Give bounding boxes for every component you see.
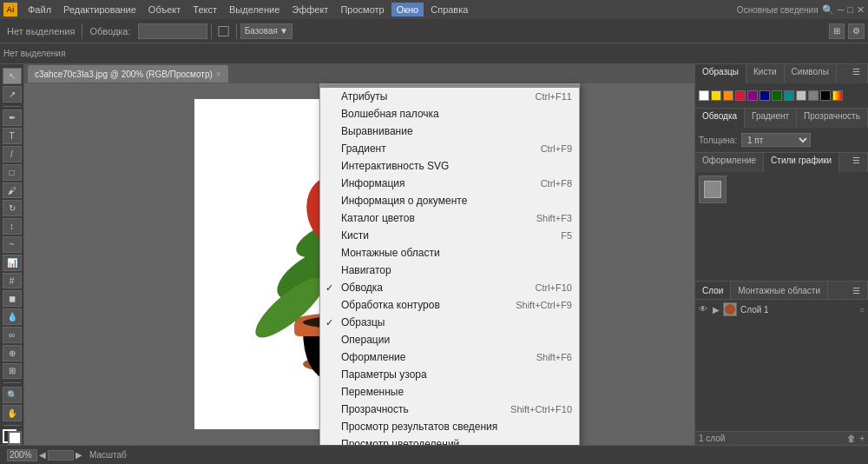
tool-line[interactable]: / [3, 146, 22, 162]
menu-object[interactable]: Объект [143, 3, 186, 17]
swatch-darkblue[interactable] [760, 90, 770, 101]
tool-text[interactable]: T [3, 128, 22, 144]
menu-item-операции[interactable]: Операции [320, 331, 579, 348]
menu-item-прозрачность[interactable]: ПрозрачностьShift+Ctrl+F10 [320, 401, 579, 418]
swatch-silver[interactable] [796, 90, 806, 101]
menu-item-кисти[interactable]: КистиF5 [320, 227, 579, 244]
tool-artboard[interactable]: ⊞ [3, 363, 22, 380]
menu-item-интерактивность-svg[interactable]: Интерактивность SVG [320, 157, 579, 175]
layers-options-btn[interactable]: ☰ [845, 282, 868, 299]
styles-panel-options[interactable]: ☰ [845, 153, 868, 172]
tool-paint[interactable]: 🖌 [3, 182, 22, 199]
tool-symbol[interactable]: ⊕ [3, 345, 22, 361]
menu-item-каталог-цветов[interactable]: Каталог цветовShift+F3 [320, 209, 579, 227]
tool-scale[interactable]: ↕ [3, 218, 22, 235]
swatch-darkgreen[interactable] [772, 90, 782, 101]
tool-mesh[interactable]: # [3, 273, 22, 289]
tab-swatches[interactable]: Образцы [695, 64, 746, 83]
zoom-nav-prev[interactable]: ◀ [39, 450, 46, 460]
menu-item-параметры-узора[interactable]: Параметры узора [320, 366, 579, 383]
tab-brushes[interactable]: Кисти [746, 64, 785, 83]
menu-item-выравнивание[interactable]: Выравнивание [320, 123, 579, 140]
menu-text[interactable]: Текст [187, 3, 222, 17]
swatch-black[interactable] [820, 90, 831, 101]
menu-window[interactable]: Окно [391, 3, 424, 17]
zoom-input[interactable] [7, 449, 37, 461]
layer-visibility-toggle[interactable]: 👁 [699, 304, 709, 315]
search-icon[interactable]: 🔍 [822, 4, 834, 16]
menu-item-переменные[interactable]: Переменные [320, 383, 579, 401]
menu-item-атрибуты[interactable]: АтрибутыCtrl+F11 [320, 88, 579, 105]
tool-rect[interactable]: □ [3, 164, 22, 181]
tab-transparency[interactable]: Прозрачность [797, 109, 868, 128]
layer-lock-icon[interactable]: ○ [859, 305, 865, 315]
zoom-slider[interactable] [48, 450, 74, 461]
layers-tab[interactable]: Слои [695, 282, 731, 299]
stroke-input[interactable] [138, 23, 207, 39]
tab-stroke[interactable]: Обводка [695, 109, 745, 128]
menu-item-навигатор[interactable]: Навигатор [320, 262, 579, 279]
swatch-red[interactable] [735, 90, 746, 101]
graphic-style-default[interactable] [699, 176, 727, 203]
swatch-gray[interactable] [808, 90, 819, 101]
style-dropdown[interactable]: Базовая ▼ [240, 23, 293, 39]
menu-item-монтажные-области[interactable]: Монтажные области [320, 244, 579, 262]
swatch-gradient1[interactable] [832, 90, 843, 101]
thickness-select[interactable]: 1 пт 2 пт 3 пт [741, 133, 811, 147]
menu-help[interactable]: Справка [425, 3, 473, 17]
minimize-btn[interactable]: ─ [838, 4, 845, 15]
maximize-btn[interactable]: □ [847, 4, 853, 15]
document-tab[interactable]: c3ahce70c3Ia3.jpg @ 200% (RGB/Просмотр) … [28, 65, 228, 83]
tab-gradient[interactable]: Градиент [745, 109, 797, 128]
window-dropdown-menu: АтрибутыCtrl+F11Волшебная палочкаВыравни… [319, 83, 580, 445]
tool-gradient[interactable]: ◼ [3, 290, 22, 307]
menu-item-образцы[interactable]: Образцы [320, 314, 579, 331]
settings-btn[interactable]: ⚙ [848, 23, 865, 39]
menu-item-shortcut: Shift+F6 [536, 352, 572, 362]
close-btn[interactable]: ✕ [857, 4, 865, 16]
swatch-teal[interactable] [784, 90, 794, 101]
tool-pen[interactable]: ✒ [3, 109, 22, 126]
tab-oformlenie[interactable]: Оформление [695, 153, 764, 172]
swatch-purple[interactable] [747, 90, 758, 101]
arrange-btn[interactable]: ⊞ [829, 23, 845, 39]
menu-item-shortcut: Ctrl+F8 [541, 178, 572, 189]
swatch-white[interactable] [699, 90, 709, 101]
delete-layer-btn[interactable]: 🗑 [847, 434, 856, 443]
tab-symbols[interactable]: Символы [785, 64, 837, 83]
top-panel-options[interactable]: ☰ [845, 64, 868, 83]
menu-item-просмотр-цветоделений[interactable]: Просмотр цветоделений [320, 435, 579, 445]
tool-warp[interactable]: ~ [3, 236, 22, 253]
menu-select[interactable]: Выделение [224, 3, 285, 17]
menu-item-волшебная-палочка[interactable]: Волшебная палочка [320, 105, 579, 123]
add-layer-btn[interactable]: + [859, 434, 865, 443]
artboards-tab[interactable]: Монтажные области [731, 282, 828, 299]
menu-view[interactable]: Просмотр [335, 3, 389, 17]
menu-item-просмотр-результатов-сведения[interactable]: Просмотр результатов сведения [320, 418, 579, 435]
tool-eyedrop[interactable]: 💧 [3, 308, 22, 325]
menu-item-обводка[interactable]: ОбводкаCtrl+F10 [320, 279, 579, 296]
menu-item-обработка-контуров[interactable]: Обработка контуровShift+Ctrl+F9 [320, 296, 579, 314]
menu-item-информация-о-документе[interactable]: Информация о документе [320, 192, 579, 209]
canvas-area: c3ahce70c3Ia3.jpg @ 200% (RGB/Просмотр) … [24, 64, 694, 445]
tool-graph[interactable]: 📊 [3, 255, 22, 271]
layer-name[interactable]: Слой 1 [740, 305, 856, 315]
zoom-nav-next[interactable]: ▶ [76, 450, 82, 460]
swatch-yellow[interactable] [711, 90, 721, 101]
tool-rotate[interactable]: ↻ [3, 200, 22, 216]
menu-edit[interactable]: Редактирование [58, 3, 141, 17]
menu-item-градиент[interactable]: ГрадиентCtrl+F9 [320, 140, 579, 157]
menu-file[interactable]: Файл [23, 3, 56, 17]
menu-item-оформление[interactable]: ОформлениеShift+F6 [320, 348, 579, 366]
fill-stroke-indicator[interactable] [3, 429, 22, 445]
tool-zoom[interactable]: 🔍 [3, 387, 22, 403]
tab-graphic-styles[interactable]: Стили графики [764, 153, 839, 172]
tab-close-btn[interactable]: × [216, 70, 221, 79]
tool-blend[interactable]: ∞ [3, 327, 22, 343]
menu-effect[interactable]: Эффект [286, 3, 333, 17]
tool-hand[interactable]: ✋ [3, 405, 22, 421]
tool-select[interactable]: ↖ [3, 68, 22, 84]
menu-item-информация[interactable]: ИнформацияCtrl+F8 [320, 175, 579, 192]
tool-direct-select[interactable]: ↗ [3, 86, 22, 103]
swatch-orange[interactable] [723, 90, 733, 101]
